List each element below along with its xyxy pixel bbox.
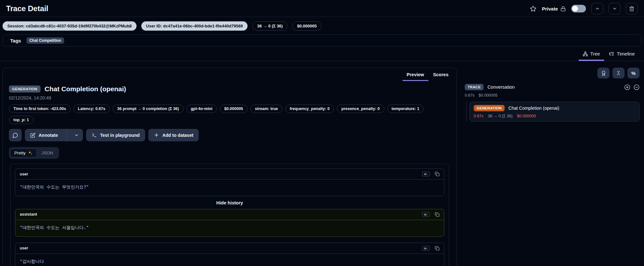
pill-temperature: temperature: 1 [387,105,424,113]
session-badge[interactable]: Session: cd3abcd6-c81c-4037-935d-19d9f27… [3,21,137,31]
scores-toggle-button[interactable] [597,68,610,78]
message-header: user M↓ [15,243,444,254]
trace-type-badge: TRACE [465,84,484,90]
metrics-toggle-button[interactable]: % [627,68,640,78]
message-role: user [20,246,28,250]
lock-icon [560,6,566,11]
pill-token-usage: 36 prompt → 0 completion (Σ 36) [113,105,183,113]
copy-icon[interactable] [435,172,440,176]
tree-icon [583,51,588,56]
hide-history-button[interactable]: Hide history [15,196,444,209]
message-header: user M↓ [15,169,444,180]
next-trace-button[interactable] [609,3,620,14]
annotate-split-button: Annotate [25,129,83,141]
expand-node-button[interactable] [624,84,630,90]
star-icon[interactable] [530,5,537,12]
generation-cost: $0.000005 [517,114,536,118]
message-tools: M↓ [422,172,440,176]
terminal-icon [92,132,97,138]
message-content: "대한민국의 수도는 서울입니다." [15,220,444,236]
page-title: Trace Detail [6,4,48,13]
markdown-toggle-icon[interactable]: M↓ [422,246,430,251]
tab-timeline[interactable]: Timeline [605,51,639,61]
format-tab-pretty[interactable]: Pretty [10,149,37,157]
pill-presence-penalty: presence_penalty: 0 [337,105,384,113]
collapse-node-button[interactable] [633,84,640,90]
chevron-up-icon [595,6,600,11]
tag-chip[interactable]: Chat Competition [26,37,64,44]
comment-icon [12,132,18,138]
percent-icon: % [631,70,635,76]
annotate-dropdown-button[interactable] [70,129,83,141]
edit-icon [30,133,35,138]
test-in-playground-button[interactable]: Test in playground [86,129,145,141]
token-usage-badge: 36 → 0 (Σ 36) [252,21,287,31]
chevron-down-icon [612,6,617,11]
previous-trace-button[interactable] [591,3,603,14]
generation-type-badge: GENERATION [474,105,505,111]
observation-type-badge: GENERATION [9,85,41,92]
sparkles-icon [28,151,33,155]
message-user-1: user M↓ "대한민국의 수도는 무엇인가요?" [15,168,444,196]
plus-icon [154,132,159,138]
tab-preview[interactable]: Preview [403,72,428,81]
pill-cost: $0.000005 [220,105,248,113]
message-role: user [20,172,28,176]
circle-minus-icon [633,84,640,90]
user-id-badge[interactable]: User ID: dc47a41e-06bc-400d-bde1-f0e440d… [141,21,248,31]
comments-button[interactable] [9,129,22,141]
observation-content: GENERATION Chat Completion (openai) 02/1… [3,81,456,266]
message-tools: M↓ [422,212,440,217]
tab-timeline-label: Timeline [617,51,635,56]
action-buttons: Annotate Test in playground Add to datas… [9,129,450,141]
collapse-icon [616,70,621,76]
copy-icon[interactable] [435,246,440,251]
copy-icon[interactable] [435,212,440,217]
message-assistant: assistant M↓ "대한민국의 수도는 서울입니다." [15,209,444,237]
pill-top-p: top_p: 1 [9,116,33,124]
timeline-icon [609,51,614,56]
message-tools: M↓ [422,246,440,251]
tags-container[interactable]: Tags Chat Competition [3,34,641,47]
generation-metrics: 0.67s 36 → 0 (Σ 36) $0.000005 [474,114,635,118]
add-to-dataset-button[interactable]: Add to dataset [148,129,199,141]
tab-tree-label: Tree [590,51,600,56]
detail-tabs: Preview Scores [3,68,456,81]
delete-trace-button[interactable] [626,3,638,14]
trace-tree-root[interactable]: TRACE Conversation [465,84,640,90]
trace-tree-panel: % TRACE Conversation 0.67s $0.000005 GE [465,68,640,266]
message-user-2: user M↓ "감사합니다 " [15,243,444,266]
generation-name: Chat Completion (openai) [508,106,559,111]
observation-header: GENERATION Chat Completion (openai) [9,85,450,93]
playground-label: Test in playground [100,133,140,138]
format-tab-json[interactable]: JSON [37,148,58,158]
trace-metrics: 0.67s $0.000005 [465,93,640,98]
message-content: "감사합니다 " [15,254,444,266]
toggle-knob [572,6,578,11]
circle-plus-icon [624,84,630,90]
main-area: Preview Scores GENERATION Chat Completio… [0,61,644,266]
button-divider [67,129,67,141]
tab-tree[interactable]: Tree [579,51,604,61]
cost-badge: $0.000005 [292,21,321,31]
message-content: "대한민국의 수도는 무엇인가요?" [15,180,444,196]
collapse-all-button[interactable] [612,68,625,78]
pill-latency: Latency: 0.67s [73,105,110,113]
tab-scores[interactable]: Scores [429,72,453,81]
trace-badges-row: Session: cd3abcd6-c81c-4037-935d-19d9f27… [0,17,644,34]
observation-detail-card: Preview Scores GENERATION Chat Completio… [3,68,457,266]
markdown-toggle-icon[interactable]: M↓ [422,172,430,176]
award-icon [601,70,606,76]
trash-icon [629,6,634,11]
privacy-toggle[interactable] [571,5,586,12]
add-to-dataset-label: Add to dataset [162,133,193,138]
view-tabs: Tree Timeline [0,47,644,61]
tree-children: GENERATION Chat Completion (openai) 0.67… [466,102,640,122]
page-header: Trace Detail Private [0,0,644,17]
generation-tokens: 36 → 0 (Σ 36) [488,114,513,118]
annotate-button[interactable]: Annotate [25,129,63,141]
markdown-toggle-icon[interactable]: M↓ [422,212,430,217]
tree-node-generation[interactable]: GENERATION Chat Completion (openai) 0.67… [470,102,640,122]
trace-name: Conversation [487,85,514,90]
pretty-label: Pretty [14,151,26,155]
